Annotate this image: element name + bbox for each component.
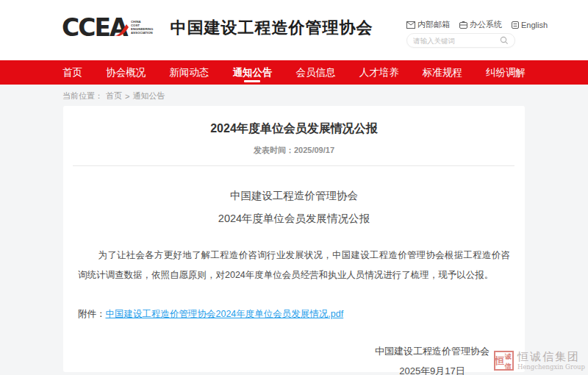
search-icon[interactable] [500, 36, 509, 45]
nav-item-label: 通知公告 [232, 66, 272, 79]
breadcrumb-home-link[interactable]: 首页 [106, 90, 122, 101]
nav-item-standards[interactable]: 标准规程 [423, 60, 462, 85]
nav-item-news[interactable]: 新闻动态 [169, 60, 209, 85]
quick-link-label: 内部邮箱 [417, 19, 450, 30]
org-name-title: 中国建设工程造价管理协会 [171, 17, 373, 39]
nav-item-label: 标准规程 [423, 66, 462, 79]
search-input[interactable] [413, 37, 500, 45]
signature-block: 中国建设工程造价管理协会 2025年9月17日 [63, 345, 525, 375]
nav-item-notices[interactable]: 通知公告 [232, 60, 272, 85]
article-card: 2024年度单位会员发展情况公报 发表时间：2025/09/17 中国建设工程造… [63, 106, 525, 372]
nav-item-label: 纠纷调解 [486, 66, 526, 79]
breadcrumb: 当前位置： 首页 > 通知公告 [62, 90, 165, 101]
nav-item-training[interactable]: 人才培养 [359, 60, 399, 85]
office-icon [459, 21, 467, 29]
internal-mail-link[interactable]: 内部邮箱 [406, 19, 450, 30]
active-nav-underline [244, 80, 260, 82]
article-paragraph: 为了让社会各方更好地了解工程造价咨询行业发展状况，中国建设工程造价管理协会根据工… [78, 246, 510, 285]
office-system-link[interactable]: 办公系统 [459, 19, 502, 30]
ccea-logo: CCEA [62, 15, 127, 40]
quick-link-label: English [521, 21, 548, 29]
logo-sub-line: ASSOCIATION [131, 32, 153, 35]
nav-item-members[interactable]: 会员信息 [296, 60, 336, 85]
breadcrumb-prefix: 当前位置： [62, 90, 103, 101]
title-divider [73, 165, 514, 166]
nav-item-label: 协会概况 [106, 66, 146, 79]
main-navbar: 首页 协会概况 新闻动态 通知公告 会员信息 人才培养 标准规程 纠纷调解 [0, 60, 588, 85]
attachment-row: 附件：中国建设工程造价管理协会2024年度单位会员发展情况.pdf [78, 308, 525, 321]
nav-item-label: 会员信息 [296, 66, 336, 79]
mail-icon [406, 21, 415, 29]
nav-items: 首页 协会概况 新闻动态 通知公告 会员信息 人才培养 标准规程 纠纷调解 [62, 60, 526, 85]
logo-subtitle: CHINA COST ENGINEERING ASSOCIATION [131, 20, 153, 35]
watermark-name-en: Hengchengxin Group [517, 363, 585, 371]
article-title: 2024年度单位会员发展情况公报 [63, 121, 525, 137]
nav-item-about[interactable]: 协会概况 [106, 60, 146, 85]
english-link[interactable]: English [512, 21, 548, 29]
quick-links: 内部邮箱 办公系统 English [406, 19, 548, 30]
watermark-name-cn: 恒诚信集团 [517, 351, 585, 363]
document-heading-line1: 中国建设工程造价管理协会 [63, 185, 525, 207]
document-heading: 中国建设工程造价管理协会 2024年度单位会员发展情况公报 [63, 185, 525, 230]
nav-item-label: 新闻动态 [169, 66, 209, 79]
signature-org: 中国建设工程造价管理协会 [375, 345, 490, 358]
nav-item-label: 人才培养 [359, 66, 399, 79]
document-heading-line2: 2024年度单位会员发展情况公报 [63, 207, 525, 230]
site-logo[interactable]: CCEA CHINA COST ENGINEERING ASSOCIATION … [62, 15, 373, 40]
breadcrumb-current-link[interactable]: 通知公告 [132, 90, 165, 101]
quick-link-label: 办公系统 [470, 19, 502, 30]
attachment-label: 附件： [78, 309, 106, 319]
signature-date: 2025年9月17日 [375, 365, 490, 375]
search-box [406, 33, 515, 48]
article-meta: 发表时间：2025/09/17 [63, 145, 525, 156]
nav-item-label: 首页 [62, 66, 82, 79]
publish-time-label: 发表时间： [254, 146, 294, 154]
nav-item-mediation[interactable]: 纠纷调解 [486, 60, 526, 85]
logo-swoosh-icon [112, 24, 129, 38]
nav-item-home[interactable]: 首页 [62, 60, 82, 85]
english-icon [512, 21, 519, 29]
breadcrumb-separator: > [125, 92, 129, 101]
publish-time-value: 2025/09/17 [294, 146, 334, 154]
site-header: CCEA CHINA COST ENGINEERING ASSOCIATION … [0, 0, 588, 60]
attachment-pdf-link[interactable]: 中国建设工程造价管理协会2024年度单位会员发展情况.pdf [106, 309, 344, 319]
